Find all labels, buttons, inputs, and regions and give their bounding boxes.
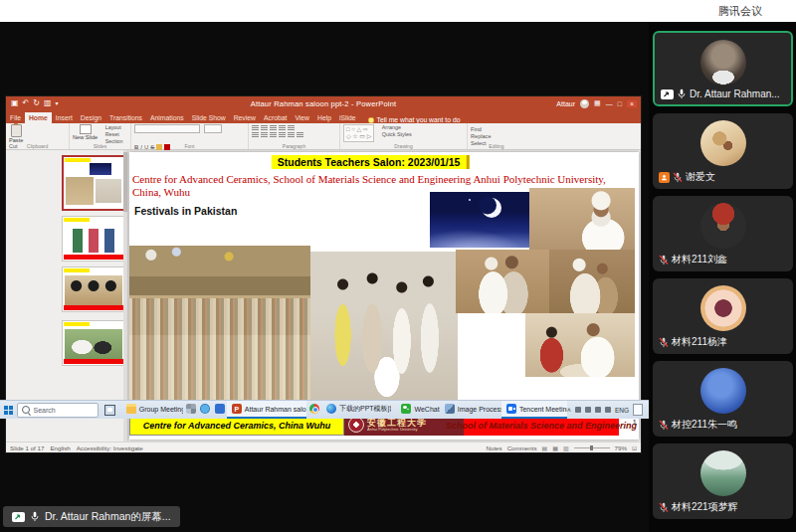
start-button[interactable] xyxy=(0,406,17,415)
taskbar-app-tencent-meeting[interactable]: Tencent Meeting xyxy=(501,401,567,419)
tab-help[interactable]: Help xyxy=(313,112,335,123)
numbering-icon[interactable] xyxy=(261,125,268,131)
participant-tile-2[interactable]: 谢爱文 xyxy=(653,113,793,189)
maximize-button[interactable]: □ xyxy=(618,100,622,107)
shapes-gallery[interactable]: □ ○ △ ⇨◇ ☆ ▭ ▷ xyxy=(343,124,374,142)
comments-button[interactable]: Comments xyxy=(507,444,537,451)
columns-icon[interactable] xyxy=(288,132,295,138)
indent-decrease-icon[interactable] xyxy=(270,125,277,131)
thumbnail-slide-4[interactable] xyxy=(62,320,125,366)
slide-thumbnail-pane[interactable] xyxy=(6,150,128,442)
indent-increase-icon[interactable] xyxy=(279,125,286,131)
blue-app-icon xyxy=(215,404,225,414)
fit-slide-icon[interactable]: ⊡ xyxy=(632,444,637,451)
taskbar-app-group-meeting[interactable]: Group Meeting xyxy=(121,401,183,419)
taskbar-pinned-blue-app[interactable] xyxy=(212,401,227,419)
current-slide-canvas[interactable]: Students Teachers Salon: 2023/01/15 Cent… xyxy=(129,152,639,440)
qat-more-icon[interactable] xyxy=(56,96,59,110)
zoom-level[interactable]: 79% xyxy=(615,444,627,451)
task-view-button[interactable] xyxy=(104,405,115,416)
line-spacing-icon[interactable] xyxy=(288,125,295,131)
taskbar-app-image-process[interactable]: Image Process xyxy=(440,401,501,419)
align-center-icon[interactable] xyxy=(261,132,268,138)
participant-name: Dr. Attaur Rahman... xyxy=(690,89,780,99)
paste-button[interactable]: Paste xyxy=(9,124,23,143)
language-indicator[interactable]: English xyxy=(50,444,70,451)
font-name-box[interactable] xyxy=(134,124,200,133)
tab-acrobat[interactable]: Acrobat xyxy=(260,112,291,123)
tab-file[interactable]: File xyxy=(6,112,25,123)
account-avatar[interactable] xyxy=(580,99,589,108)
close-button[interactable]: × xyxy=(627,100,637,107)
participant-tile-6[interactable]: 材料221项梦辉 xyxy=(653,443,793,519)
university-name-en: Anhui Polytechnic University xyxy=(367,428,427,432)
new-slide-button[interactable]: New Slide xyxy=(73,124,98,140)
thumbnail-slide-1[interactable] xyxy=(62,155,125,211)
mic-muted-icon xyxy=(673,172,683,183)
bullets-icon[interactable] xyxy=(252,125,259,131)
find-button[interactable]: Find xyxy=(471,126,522,132)
ribbon-display-options-icon[interactable]: ▦ xyxy=(594,99,601,107)
avatar xyxy=(700,120,746,166)
reading-view-icon[interactable]: ▥ xyxy=(563,444,569,451)
start-slideshow-icon[interactable] xyxy=(44,96,52,110)
tab-review[interactable]: Review xyxy=(230,112,260,123)
taskbar-pinned-grid[interactable] xyxy=(183,401,198,419)
minimize-button[interactable]: — xyxy=(606,100,613,107)
tray-icon-3[interactable] xyxy=(595,407,601,413)
quick-access-toolbar[interactable] xyxy=(11,96,59,110)
tray-icon-2[interactable] xyxy=(585,407,591,413)
account-name[interactable]: Attaur xyxy=(556,100,575,107)
taskbar-app-powerpoint[interactable]: P Attaur Rahman salo... xyxy=(227,401,306,419)
notes-button[interactable]: Notes xyxy=(486,444,501,451)
screen-share-banner[interactable]: Dr. Attaur Rahman的屏幕... xyxy=(3,506,180,527)
taskbar-app-edge-download[interactable]: 下载的PPT模板|乱七八... xyxy=(321,401,396,419)
thumbnail-slide-2[interactable] xyxy=(62,216,125,262)
zoom-slider[interactable] xyxy=(574,447,610,448)
lightbulb-icon xyxy=(368,117,374,123)
tab-insert[interactable]: Insert xyxy=(52,112,77,123)
tray-icon-4[interactable] xyxy=(605,407,611,413)
participant-tile-3[interactable]: 材料211刘鑫 xyxy=(653,196,793,271)
tray-chevron-icon[interactable]: ˄ xyxy=(567,407,571,414)
tab-slideshow[interactable]: Slide Show xyxy=(188,112,230,123)
slide-sorter-icon[interactable]: ▦ xyxy=(552,444,558,451)
tab-home[interactable]: Home xyxy=(25,112,52,123)
redo-icon[interactable] xyxy=(33,96,40,110)
notification-center-icon[interactable] xyxy=(633,404,643,416)
tab-design[interactable]: Design xyxy=(77,112,105,123)
tab-view[interactable]: View xyxy=(291,112,313,123)
tray-language[interactable]: ENG xyxy=(615,407,629,414)
tray-icon-1[interactable] xyxy=(575,407,581,413)
participant-tile-5[interactable]: 材控211朱一鸣 xyxy=(653,361,793,437)
thumb1-crowd-image xyxy=(66,177,94,205)
align-left-icon[interactable] xyxy=(252,132,259,138)
save-icon[interactable] xyxy=(11,96,19,110)
arrange-button[interactable]: Arrange xyxy=(382,124,412,130)
tab-transitions[interactable]: Transitions xyxy=(105,112,146,123)
tab-addin[interactable]: iSlide xyxy=(335,112,360,123)
taskbar-pinned-chrome[interactable] xyxy=(306,401,321,419)
paste-icon xyxy=(11,124,22,137)
text-direction-icon[interactable] xyxy=(297,132,303,138)
normal-view-icon[interactable]: ▤ xyxy=(542,444,548,451)
tell-me-search[interactable]: Tell me what you want to do xyxy=(368,116,461,123)
align-right-icon[interactable] xyxy=(270,132,277,138)
taskbar-search-box[interactable]: Search xyxy=(17,403,99,418)
tab-animations[interactable]: Animations xyxy=(146,112,188,123)
system-tray[interactable]: ˄ ENG xyxy=(567,404,649,416)
replace-button[interactable]: Replace xyxy=(471,133,522,139)
slide-heading: Festivals in Pakistan xyxy=(134,205,237,217)
accessibility-status[interactable]: Accessibility: Investigate xyxy=(77,444,143,451)
justify-icon[interactable] xyxy=(279,132,286,138)
font-size-box[interactable] xyxy=(204,124,222,133)
layout-button[interactable]: Layout xyxy=(105,124,123,130)
taskbar-pinned-browser[interactable] xyxy=(197,401,212,419)
undo-icon[interactable] xyxy=(23,96,30,110)
reset-button[interactable]: Reset xyxy=(105,131,123,137)
thumbnail-slide-3[interactable] xyxy=(62,266,125,312)
participant-tile-4[interactable]: 材料211杨津 xyxy=(653,278,793,354)
quick-styles-button[interactable]: Quick Styles xyxy=(382,131,412,137)
participant-tile-1[interactable]: Dr. Attaur Rahman... xyxy=(653,31,793,106)
taskbar-app-wechat[interactable]: WeChat xyxy=(396,401,439,419)
